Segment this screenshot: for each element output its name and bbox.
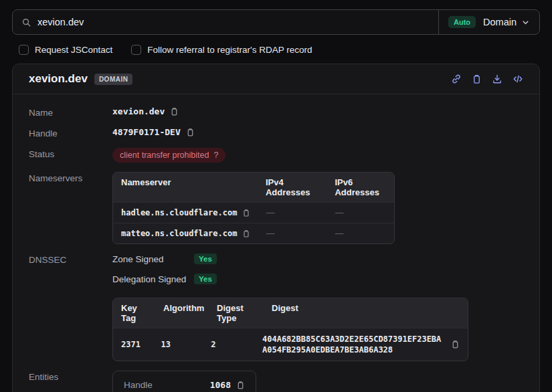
- column-header: Digest Type: [209, 298, 264, 328]
- status-text: client transfer prohibited: [120, 151, 209, 160]
- column-header: Algorithm: [155, 298, 209, 328]
- delegation-signed-badge: Yes: [194, 274, 217, 284]
- ipv4-value: —: [258, 203, 327, 223]
- copy-response-icon[interactable]: [472, 74, 482, 84]
- dnssec-details: Zone Signed Yes Delegation Signed Yes Ke…: [112, 254, 468, 361]
- search-icon: [21, 17, 31, 27]
- field-label: DNSSEC: [29, 254, 112, 265]
- column-header: IPv6 Addresses: [327, 173, 394, 202]
- column-header: Digest: [264, 298, 468, 328]
- page-title: xevion.dev: [29, 72, 88, 86]
- object-type-badge: DOMAIN: [94, 74, 133, 85]
- field-nameservers: Nameservers Nameserver IPv4 Addresses IP…: [29, 172, 523, 244]
- column-header: Key Tag: [113, 298, 155, 328]
- checkbox-box[interactable]: [19, 45, 29, 55]
- copy-icon[interactable]: [170, 107, 179, 116]
- zone-signed-label: Zone Signed: [112, 254, 194, 264]
- field-entities: Entities Handle 1068 Roles re: [29, 371, 523, 392]
- checkbox-label: Follow referral to registrar's RDAP reco…: [147, 45, 312, 55]
- key-tag-value: 2371: [113, 334, 153, 355]
- field-label: Nameservers: [29, 172, 112, 183]
- field-label: Name: [29, 106, 112, 118]
- column-header: Nameserver: [113, 173, 258, 202]
- field-handle: Handle 4879F0171-DEV: [29, 127, 523, 138]
- nameserver-value: hadlee.ns.cloudflare.com: [121, 208, 237, 217]
- column-header: IPv4 Addresses: [258, 173, 327, 202]
- copy-icon[interactable]: [242, 229, 250, 238]
- checkbox-request-jscontact[interactable]: Request JSContact: [19, 45, 112, 55]
- auto-badge: Auto: [448, 16, 476, 28]
- download-icon[interactable]: [492, 74, 502, 84]
- delegation-signed-row: Delegation Signed Yes: [112, 274, 468, 284]
- search-type-area: Auto Domain: [439, 10, 539, 34]
- ipv6-value: —: [327, 203, 394, 223]
- status-badge: client transfer prohibited ?: [112, 148, 225, 163]
- domain-result-card: xevion.dev DOMAIN: [12, 64, 540, 392]
- checkbox-follow-referral[interactable]: Follow referral to registrar's RDAP reco…: [131, 45, 312, 55]
- table-row: hadlee.ns.cloudflare.com — —: [113, 202, 394, 223]
- zone-signed-badge: Yes: [194, 254, 217, 264]
- field-status: Status client transfer prohibited ?: [29, 148, 523, 163]
- digest-value: 404A682BB85C63A3D2E2E65CD87391EF23EBAA05…: [262, 334, 444, 355]
- copy-icon[interactable]: [451, 340, 460, 349]
- entity-card: Handle 1068 Roles registrar: [112, 371, 256, 392]
- field-label: Entities: [29, 371, 112, 382]
- copy-icon[interactable]: [236, 381, 245, 390]
- ipv4-value: —: [258, 223, 327, 243]
- digest-type-value: 2: [203, 334, 254, 355]
- search-bar: Auto Domain: [12, 9, 540, 35]
- chevron-down-icon: [521, 18, 530, 27]
- handle-value: 4879F0171-DEV: [112, 127, 181, 137]
- dnssec-keys-table: Key Tag Algorithm Digest Type Digest 237…: [112, 298, 468, 361]
- card-body: Name xevion.dev Handle 4879F0171-DEV: [13, 94, 539, 392]
- card-header: xevion.dev DOMAIN: [13, 64, 539, 94]
- domain-name-value: xevion.dev: [112, 106, 165, 116]
- field-label: Status: [29, 148, 112, 159]
- table-header-row: Key Tag Algorithm Digest Type Digest: [113, 298, 468, 328]
- checkbox-box[interactable]: [131, 45, 141, 55]
- entity-handle-label: Handle: [124, 380, 153, 390]
- table-row: 2371 13 2 404A682BB85C63A3D2E2E65CD87391…: [113, 328, 468, 361]
- copy-icon[interactable]: [242, 209, 250, 217]
- checkbox-label: Request JSContact: [35, 45, 112, 55]
- field-dnssec: DNSSEC Zone Signed Yes Delegation Signed…: [29, 254, 523, 361]
- ipv6-value: —: [327, 223, 394, 243]
- card-actions: [451, 74, 523, 84]
- search-input[interactable]: [37, 17, 438, 27]
- entity-handle-row: Handle 1068: [124, 380, 245, 390]
- search-input-area: [13, 10, 438, 34]
- field-name: Name xevion.dev: [29, 106, 523, 118]
- nameserver-value: matteo.ns.cloudflare.com: [121, 229, 237, 238]
- zone-signed-row: Zone Signed Yes: [112, 254, 468, 264]
- help-icon[interactable]: ?: [213, 151, 218, 160]
- field-label: Handle: [29, 127, 112, 138]
- type-selector-value: Domain: [483, 17, 517, 27]
- type-selector-dropdown[interactable]: Domain: [483, 17, 530, 27]
- copy-icon[interactable]: [186, 128, 195, 137]
- search-options: Request JSContact Follow referral to reg…: [19, 45, 540, 55]
- delegation-signed-label: Delegation Signed: [112, 274, 194, 284]
- entity-handle-value: 1068: [210, 380, 231, 390]
- algorithm-value: 13: [153, 334, 203, 355]
- nameservers-table: Nameserver IPv4 Addresses IPv6 Addresses…: [112, 172, 395, 244]
- permalink-icon[interactable]: [451, 74, 462, 84]
- raw-code-icon[interactable]: [513, 74, 523, 84]
- table-header-row: Nameserver IPv4 Addresses IPv6 Addresses: [113, 173, 394, 202]
- table-row: matteo.ns.cloudflare.com — —: [113, 223, 394, 243]
